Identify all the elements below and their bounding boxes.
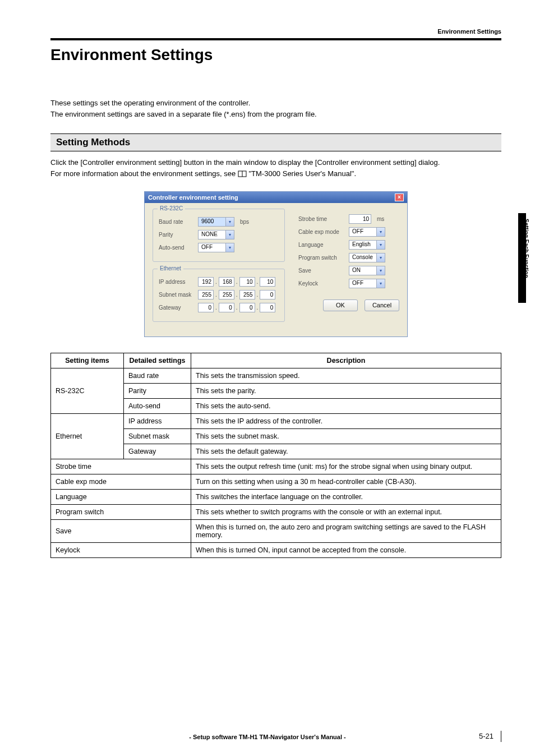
section-line2a: For more information about the environme… (50, 169, 238, 178)
cable-value: OFF (349, 228, 376, 236)
section-body: Click the [Controller environment settin… (50, 157, 501, 181)
side-tab: Setting Each Function (518, 213, 535, 303)
mask-octet-1[interactable] (198, 290, 214, 299)
mask-octet-3[interactable] (239, 290, 255, 299)
ip-octet-2[interactable] (219, 277, 234, 287)
baud-combo[interactable]: 9600 ▾ (198, 217, 234, 227)
chevron-down-icon: ▾ (225, 243, 234, 252)
parity-combo[interactable]: NONE ▾ (198, 230, 234, 239)
mask-input[interactable]: . . . (198, 290, 275, 299)
save-combo[interactable]: ON▾ (349, 266, 385, 275)
baud-unit: bps (240, 219, 249, 225)
language-value: English (349, 241, 376, 249)
progswitch-combo[interactable]: Console▾ (349, 253, 385, 262)
table-row: SaveWhen this is turned on, the auto zer… (51, 519, 501, 542)
gw-input[interactable]: . . . (198, 303, 275, 312)
cell-description: This switches the interface language on … (191, 489, 501, 504)
cell-detailed-setting: Baud rate (124, 368, 191, 383)
strobe-label: Strobe time (298, 216, 345, 222)
section-line2b: "TM-3000 Series User's Manual". (248, 169, 356, 178)
section-line2: For more information about the environme… (50, 168, 501, 181)
baud-value: 9600 (199, 218, 225, 226)
cell-setting-item: Ethernet (51, 413, 124, 459)
table-row: EthernetIP addressThis sets the IP addre… (51, 413, 501, 428)
language-label: Language (298, 242, 345, 248)
cell-description: Turn on this setting when using a 30 m h… (191, 474, 501, 489)
cell-detailed-setting: IP address (124, 413, 191, 428)
cable-label: Cable exp mode (298, 229, 345, 235)
cell-setting-item: Program switch (51, 504, 191, 519)
parity-value: NONE (199, 231, 225, 239)
cell-detailed-setting: Auto-send (124, 398, 191, 413)
keylock-combo[interactable]: OFF▾ (349, 279, 385, 288)
mask-octet-4[interactable] (260, 290, 275, 299)
book-icon (238, 169, 247, 181)
gw-octet-4[interactable] (260, 303, 275, 312)
table-row: Strobe timeThis sets the output refresh … (51, 459, 501, 474)
th-setting-items: Setting items (51, 353, 124, 368)
ip-input[interactable]: . . . (198, 277, 275, 287)
strobe-input[interactable] (349, 214, 371, 224)
table-row: RS-232CBaud rateThis sets the transmissi… (51, 368, 501, 383)
gw-octet-1[interactable] (198, 303, 214, 312)
rs232c-group: RS-232C Baud rate 9600 ▾ bps Parity NONE (153, 209, 285, 262)
close-icon[interactable]: × (395, 193, 404, 201)
cell-description: This sets the subnet mask. (191, 428, 501, 444)
header-label: Environment Settings (50, 28, 501, 35)
baud-label: Baud rate (159, 219, 195, 225)
strobe-value[interactable] (349, 214, 371, 224)
cancel-button[interactable]: Cancel (365, 299, 399, 311)
th-description: Description (191, 353, 501, 368)
ethernet-group: Ethernet IP address . . . Subnet mask (153, 269, 285, 322)
cell-description: This sets the default gateway. (191, 444, 501, 459)
cell-detailed-setting: Subnet mask (124, 428, 191, 444)
side-tab-label: Setting Each Function (523, 219, 529, 278)
autosend-value: OFF (199, 243, 225, 252)
cell-description: This sets the transmission speed. (191, 368, 501, 383)
cell-setting-item: Keylock (51, 542, 191, 557)
footer-bar (501, 731, 502, 742)
save-label: Save (298, 268, 345, 274)
section-heading: Setting Methods (50, 133, 501, 151)
save-value: ON (349, 266, 376, 275)
ip-octet-4[interactable] (260, 277, 275, 287)
dialog-title: Controller environment setting (148, 194, 238, 201)
ip-octet-3[interactable] (239, 277, 255, 287)
cell-description: This sets the auto-send. (191, 398, 501, 413)
footer: - Setup software TM-H1 TM-Navigator User… (0, 734, 535, 740)
keylock-value: OFF (349, 279, 376, 288)
chevron-down-icon: ▾ (376, 266, 385, 275)
cell-setting-item: Save (51, 519, 191, 542)
cell-description: When this is turned ON, input cannot be … (191, 542, 501, 557)
keylock-label: Keylock (298, 280, 345, 287)
autosend-combo[interactable]: OFF ▾ (198, 243, 234, 252)
settings-table: Setting items Detailed settings Descript… (50, 353, 501, 558)
ok-button[interactable]: OK (323, 299, 358, 311)
footer-page: 5-21 (479, 732, 494, 740)
chevron-down-icon: ▾ (225, 218, 234, 226)
gw-label: Gateway (159, 305, 195, 311)
gw-octet-3[interactable] (239, 303, 255, 312)
mask-octet-2[interactable] (219, 290, 234, 299)
ip-octet-1[interactable] (198, 277, 214, 287)
cell-description: This sets the parity. (191, 383, 501, 398)
table-row: KeylockWhen this is turned ON, input can… (51, 542, 501, 557)
dialog-titlebar: Controller environment setting × (145, 192, 407, 203)
chevron-down-icon: ▾ (376, 253, 385, 262)
table-row: LanguageThis switches the interface lang… (51, 489, 501, 504)
th-detailed-settings: Detailed settings (124, 353, 191, 368)
chevron-down-icon: ▾ (376, 279, 385, 288)
cable-combo[interactable]: OFF▾ (349, 227, 385, 237)
cell-description: This sets whether to switch programs wit… (191, 504, 501, 519)
cell-setting-item: RS-232C (51, 368, 124, 413)
chevron-down-icon: ▾ (376, 241, 385, 249)
ethernet-legend: Ethernet (158, 265, 183, 271)
section-line1: Click the [Controller environment settin… (50, 157, 501, 168)
table-row: Program switchThis sets whether to switc… (51, 504, 501, 519)
mask-label: Subnet mask (159, 292, 195, 298)
language-combo[interactable]: English▾ (349, 240, 385, 250)
cell-setting-item: Strobe time (51, 459, 191, 474)
parity-label: Parity (159, 232, 195, 238)
intro-line2: The environment settings are saved in a … (50, 109, 501, 120)
gw-octet-2[interactable] (219, 303, 234, 312)
